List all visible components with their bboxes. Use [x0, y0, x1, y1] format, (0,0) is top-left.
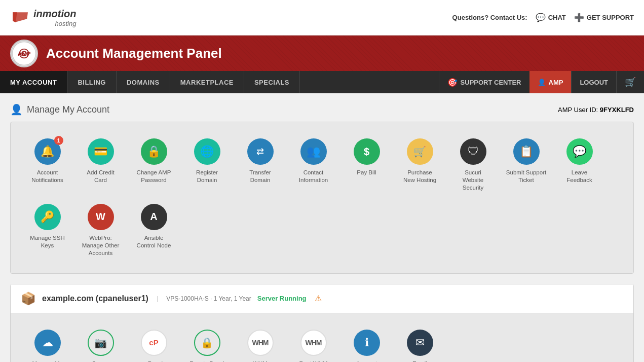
account-notifications-wrapper: 🔔 1 — [34, 138, 61, 169]
manage-cloud-server-label: Manage MyCloud Server — [30, 360, 64, 362]
support-center-label: SUPPORT CENTER — [461, 79, 521, 86]
server-name: example.com (cpaneluser1) — [42, 294, 148, 303]
logo-inmotion: inmotion — [33, 8, 76, 20]
amp-gear-icon: AMP — [12, 40, 36, 67]
manage-ssh-keys-label: Manage SSHKeys — [30, 234, 64, 249]
amp-badge: AMP — [10, 40, 38, 67]
server-box-icon: 📦 — [21, 292, 36, 306]
nav-specials-label: SPECIALS — [254, 79, 289, 86]
cpanel-item[interactable]: cP cPanel — [127, 323, 180, 362]
add-credit-card-item[interactable]: 💳 Add CreditCard — [74, 132, 127, 198]
pay-bill-label: Pay Bill — [357, 169, 376, 176]
server-divider: | — [157, 295, 158, 302]
email-icon: ✉ — [407, 330, 433, 356]
server-snapshots-icon: 📷 — [88, 330, 114, 356]
account-notifications-item[interactable]: 🔔 1 AccountNotifications — [21, 132, 74, 198]
change-amp-password-item[interactable]: 🔒 Change AMPPassword — [127, 132, 180, 198]
contact-label: Questions? Contact Us: — [452, 14, 527, 21]
server-grid-container: ☁ Manage MyCloud Server 📷 ServerSnapshot… — [11, 313, 633, 362]
nav-specials[interactable]: SPECIALS — [244, 71, 300, 93]
ansible-label: AnsibleControl Node — [137, 234, 171, 249]
root-whm-item[interactable]: WHM Root WHM — [287, 323, 340, 362]
logo-text: inmotion hosting — [33, 8, 76, 27]
account-technical-details-item[interactable]: ℹ AccountTechnicalDetails — [340, 323, 393, 362]
user-icon: 👤 — [10, 103, 23, 116]
manage-section-header: 👤 Manage My Account AMP User ID: 9FYXKLF… — [10, 103, 634, 116]
lock-icon: 🔒 — [147, 145, 161, 158]
server-section: 📦 example.com (cpaneluser1) | VPS-1000HA… — [10, 284, 634, 362]
leave-feedback-label: LeaveFeedback — [566, 169, 592, 184]
nav-logout[interactable]: LOGOUT — [571, 71, 616, 93]
server-icon-grid: ☁ Manage MyCloud Server 📷 ServerSnapshot… — [21, 323, 623, 362]
nav-domains[interactable]: DOMAINS — [117, 71, 170, 93]
amp-header: AMP Account Management Panel — [0, 35, 644, 71]
account-technical-details-label: AccountTechnicalDetails — [355, 360, 379, 362]
transfer-icon: ⇄ — [256, 146, 264, 157]
chat-icon: 💬 — [536, 13, 546, 22]
contact-information-icon: 👥 — [300, 138, 327, 165]
purchase-new-hosting-icon: 🛒 — [407, 138, 433, 165]
root-whm-text-icon: WHM — [306, 339, 322, 347]
logo: inmotion hosting — [10, 8, 76, 27]
nav-my-account[interactable]: MY ACCOUNT — [0, 71, 67, 93]
credit-card-icon: 💳 — [94, 145, 107, 158]
submit-support-ticket-label: Submit SupportTicket — [506, 169, 546, 184]
mail-icon: ✉ — [415, 336, 425, 349]
nav-cart[interactable]: 🛒 — [616, 71, 644, 93]
manage-title: Manage My Account — [27, 104, 109, 115]
manage-ssh-keys-item[interactable]: 🔑 Manage SSHKeys — [21, 198, 74, 263]
add-credit-card-icon: 💳 — [88, 138, 114, 165]
reset-cpanel-password-icon: 🔒 — [194, 330, 220, 356]
get-support-button[interactable]: ➕ GET SUPPORT — [574, 13, 634, 22]
get-support-label: GET SUPPORT — [587, 14, 634, 21]
transfer-domain-item[interactable]: ⇄ TransferDomain — [234, 132, 287, 198]
root-whm-label: Root WHM — [299, 360, 327, 362]
cart-icon: 🛒 — [625, 77, 636, 88]
ansible-icon: A — [141, 204, 167, 230]
nav-bar: MY ACCOUNT BILLING DOMAINS MARKETPLACE S… — [0, 71, 644, 93]
register-domain-item[interactable]: 🌐 RegisterDomain — [180, 132, 234, 198]
nav-support-center[interactable]: 🎯 SUPPORT CENTER — [439, 71, 529, 93]
info-icon: ℹ — [365, 336, 369, 349]
contact-information-item[interactable]: 👥 ContactInformation — [287, 132, 340, 198]
dollar-icon: $ — [364, 146, 369, 158]
main-content: 👤 Manage My Account AMP User ID: 9FYXKLF… — [0, 93, 644, 362]
submit-support-ticket-item[interactable]: 📋 Submit SupportTicket — [500, 132, 553, 198]
camera-icon: 📷 — [94, 337, 107, 349]
nav-billing[interactable]: BILLING — [67, 71, 117, 93]
whm-icon: WHM — [247, 330, 274, 356]
manage-cloud-server-icon: ☁ — [34, 330, 61, 356]
pay-bill-item[interactable]: $ Pay Bill — [340, 132, 393, 198]
globe-icon: 🌐 — [200, 145, 214, 158]
nav-amp[interactable]: 👤 AMP — [529, 71, 572, 93]
nav-marketplace[interactable]: MARKETPLACE — [170, 71, 244, 93]
account-notifications-label: AccountNotifications — [31, 169, 63, 184]
server-snapshots-item[interactable]: 📷 ServerSnapshots — [74, 323, 127, 362]
contact-information-label: ContactInformation — [299, 169, 328, 184]
amp-title: Account Management Panel — [46, 46, 222, 61]
section-title: 👤 Manage My Account — [10, 103, 109, 116]
cpanel-text-icon: cP — [149, 338, 158, 347]
cloud-icon: ☁ — [42, 336, 53, 349]
purchase-new-hosting-item[interactable]: 🛒 PurchaseNew Hosting — [393, 132, 446, 198]
ticket-icon: 📋 — [519, 145, 533, 158]
whm-item[interactable]: WHM WHM — [234, 323, 287, 362]
sucuri-item[interactable]: 🛡 SucuriWebsiteSecurity — [446, 132, 500, 198]
whm-label: WHM — [253, 360, 268, 362]
cart-purchase-icon: 🛒 — [413, 146, 426, 158]
nav-my-account-label: MY ACCOUNT — [10, 79, 57, 86]
email-item[interactable]: ✉ Email — [393, 323, 446, 362]
nav-right: 🎯 SUPPORT CENTER 👤 AMP LOGOUT 🛒 — [439, 71, 644, 93]
account-technical-details-icon: ℹ — [354, 330, 380, 356]
manage-cloud-server-item[interactable]: ☁ Manage MyCloud Server — [21, 323, 74, 362]
server-status: Server Running — [257, 295, 307, 302]
leave-feedback-item[interactable]: 💬 LeaveFeedback — [553, 132, 606, 198]
root-whm-icon: WHM — [300, 330, 327, 356]
chat-button[interactable]: 💬 CHAT — [536, 13, 566, 22]
webpro-item[interactable]: W WebPro:Manage OtherAccounts — [74, 198, 127, 263]
reset-cpanel-password-label: Reset cPanelPassword — [190, 360, 224, 362]
ansible-item[interactable]: A AnsibleControl Node — [127, 198, 180, 263]
reset-cpanel-password-item[interactable]: 🔒 Reset cPanelPassword — [180, 323, 234, 362]
contact-area: Questions? Contact Us: 💬 CHAT ➕ GET SUPP… — [452, 13, 634, 22]
shield-icon: 🛡 — [468, 145, 479, 158]
